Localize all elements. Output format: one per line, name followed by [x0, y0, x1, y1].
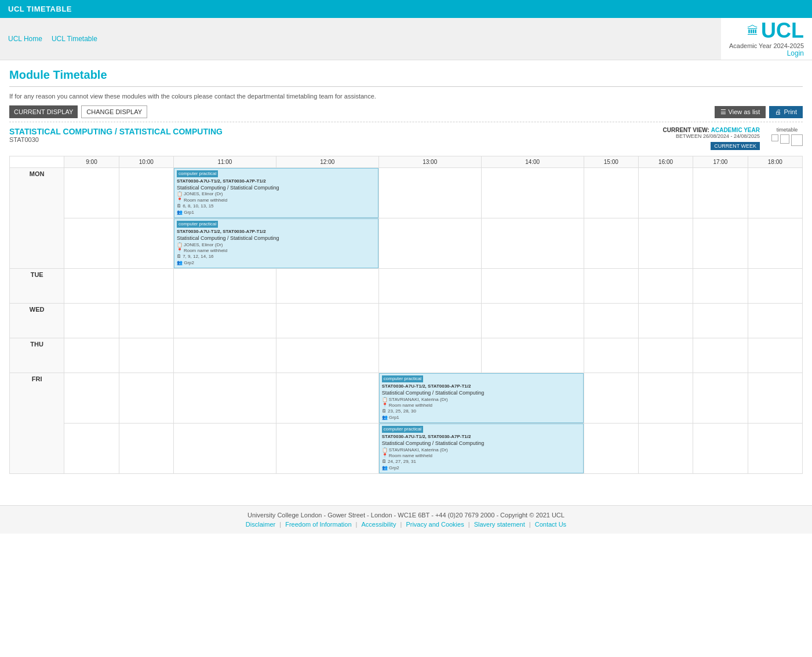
grid-cell: [119, 338, 173, 373]
grid-cell: [481, 304, 584, 338]
event-title: Statistical Computing / Statistical Comp…: [177, 185, 376, 192]
grid-cell: [173, 338, 276, 373]
event-weeks: 🗓 23, 25, 28, 30: [382, 408, 581, 414]
footer-link-slavery[interactable]: Slavery statement: [474, 521, 525, 528]
event-cell-fri-1[interactable]: computer practical STAT0030-A7U-T1/2, ST…: [378, 373, 584, 424]
day-wed: WED: [10, 304, 64, 338]
event-codes: STAT0030-A7U-T1/2, STAT0030-A7P-T1/2: [177, 178, 376, 184]
grid-cell: [378, 218, 481, 269]
time-17: 17:00: [693, 156, 748, 168]
event-cell-mon-2[interactable]: computer practical STAT0030-A7U-T1/2, ST…: [173, 218, 378, 269]
size-boxes: [771, 134, 803, 146]
event-cell-mon-1[interactable]: computer practical STAT0030-A7U-T1/2, ST…: [173, 168, 378, 218]
time-10: 10:00: [119, 156, 173, 168]
grid-cell: [119, 304, 173, 338]
grid-cell: [378, 168, 481, 218]
print-button[interactable]: 🖨 Print: [769, 106, 803, 118]
academic-year: Academic Year 2024-2025: [729, 42, 804, 49]
footer-link-privacy[interactable]: Privacy and Cookies: [406, 521, 464, 528]
toolbar-left: CURRENT DISPLAY CHANGE DISPLAY: [9, 105, 147, 118]
timetable-size-controls: timetable: [771, 127, 803, 146]
view-as-list-button[interactable]: ☰ View as list: [715, 106, 766, 118]
grid-cell: [64, 424, 119, 474]
event-room: 📍Room name withheld: [382, 403, 581, 408]
event-block-mon-2[interactable]: computer practical STAT0030-A7U-T1/2, ST…: [174, 218, 378, 268]
size-medium[interactable]: [780, 134, 789, 144]
grid-cell: [173, 269, 276, 304]
grid-cell: [638, 218, 693, 269]
table-row: FRI computer practical STAT0030-A7U-T1/2…: [10, 373, 803, 424]
time-12: 12:00: [276, 156, 378, 168]
event-cell-fri-2[interactable]: computer practical STAT0030-A7U-T1/2, ST…: [378, 424, 584, 474]
grid-cell: [584, 338, 638, 373]
current-week-button[interactable]: CURRENT WEEK: [711, 142, 760, 150]
nav-timetable[interactable]: UCL Timetable: [52, 35, 97, 43]
grid-cell: [638, 168, 693, 218]
day-tue: TUE: [10, 269, 64, 304]
grid-cell: [173, 304, 276, 338]
grid-cell: [481, 338, 584, 373]
list-icon: ☰: [720, 108, 726, 116]
table-row: WED: [10, 304, 803, 338]
footer-link-contact[interactable]: Contact Us: [535, 521, 566, 528]
grid-cell: [173, 424, 276, 474]
module-header: STATISTICAL COMPUTING / STATISTICAL COMP…: [9, 127, 803, 150]
event-block-fri-1[interactable]: computer practical STAT0030-A7U-T1/2, ST…: [379, 373, 584, 423]
main-content: Module Timetable If for any reason you c…: [0, 60, 812, 482]
size-large[interactable]: [791, 134, 803, 146]
nav-home[interactable]: UCL Home: [8, 35, 42, 43]
grid-cell: [638, 424, 693, 474]
event-instructor: 📋STAVRIANAKI, Katerina (Dr): [382, 397, 581, 403]
grid-cell: [378, 269, 481, 304]
login-link[interactable]: Login: [787, 49, 804, 57]
event-tag: computer practical: [382, 375, 423, 382]
footer-link-foi[interactable]: Freedom of Information: [285, 521, 351, 528]
toolbar-right: ☰ View as list 🖨 Print: [715, 106, 803, 118]
event-instructor: 📋JONES, Elinor (Dr): [177, 191, 376, 197]
grid-cell: [64, 168, 119, 218]
event-weeks: 🗓 7, 9, 12, 14, 16: [177, 254, 376, 260]
event-group: 👥 Grp2: [177, 260, 376, 266]
grid-cell: [748, 269, 802, 304]
module-info: STATISTICAL COMPUTING / STATISTICAL COMP…: [9, 127, 223, 143]
grid-cell: [64, 373, 119, 424]
event-weeks: 🗓 6, 8, 10, 13, 15: [177, 203, 376, 209]
footer-link-accessibility[interactable]: Accessibility: [362, 521, 396, 528]
time-15: 15:00: [584, 156, 638, 168]
footer-links: Disclaimer | Freedom of Information | Ac…: [9, 521, 803, 528]
grid-cell: [748, 304, 802, 338]
grid-cell: [748, 218, 802, 269]
grid-cell: [584, 424, 638, 474]
event-group: 👥 Grp1: [382, 415, 581, 421]
day-mon: MON: [10, 168, 64, 269]
event-block-fri-2[interactable]: computer practical STAT0030-A7U-T1/2, ST…: [379, 424, 584, 473]
grid-cell: [119, 218, 173, 269]
event-tag: computer practical: [177, 170, 218, 177]
grid-cell: [481, 269, 584, 304]
grid-cell: [481, 218, 584, 269]
footer-link-disclaimer[interactable]: Disclaimer: [246, 521, 275, 528]
table-row: computer practical STAT0030-A7U-T1/2, ST…: [10, 424, 803, 474]
change-display-button[interactable]: CHANGE DISPLAY: [81, 105, 147, 118]
grid-cell: [276, 338, 378, 373]
grid-cell: [276, 304, 378, 338]
footer-address: University College London - Gower Street…: [9, 512, 803, 519]
size-small[interactable]: [771, 134, 778, 141]
grid-cell: [276, 424, 378, 474]
time-9: 9:00: [64, 156, 119, 168]
event-instructor: 📋JONES, Elinor (Dr): [177, 242, 376, 248]
table-row: THU: [10, 338, 803, 373]
event-tag: computer practical: [382, 426, 423, 433]
grid-cell: [693, 304, 748, 338]
grid-cell: [119, 168, 173, 218]
event-weeks: 🗓 24, 27, 29, 31: [382, 459, 581, 465]
print-icon: 🖨: [775, 108, 781, 115]
event-group: 👥 Grp1: [177, 210, 376, 216]
current-display-button[interactable]: CURRENT DISPLAY: [9, 105, 78, 118]
grid-cell: [119, 373, 173, 424]
event-instructor: 📋STAVRIANAKI, Katerina (Dr): [382, 447, 581, 453]
module-title: STATISTICAL COMPUTING / STATISTICAL COMP…: [9, 127, 223, 136]
event-block-mon-1[interactable]: computer practical STAT0030-A7U-T1/2, ST…: [174, 168, 378, 218]
top-bar: UCL TIMETABLE: [0, 0, 812, 18]
event-tag: computer practical: [177, 221, 218, 228]
